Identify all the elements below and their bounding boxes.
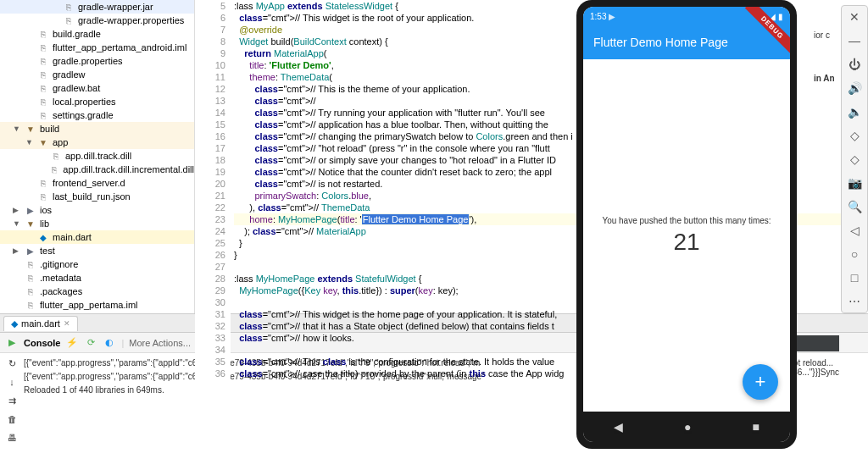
file-icon: ⎘ (49, 163, 59, 175)
tree-label: gradlew (53, 69, 86, 80)
tree-label: gradle-wrapper.jar (78, 2, 153, 12)
tree-item[interactable]: ⎘.gitignore (0, 257, 194, 271)
power-icon[interactable]: ⏻ (847, 57, 862, 72)
back-icon[interactable]: ◁ (847, 223, 862, 238)
tree-label: flutter_app_pertama.iml (40, 300, 138, 310)
tree-item[interactable]: ⎘gradlew.bat (0, 81, 194, 95)
file-icon: ⎘ (37, 55, 49, 67)
tree-label: ios (40, 205, 52, 215)
close-icon[interactable]: ✕ (64, 319, 70, 328)
tree-item[interactable]: ▼▼lib (0, 217, 194, 230)
tree-item[interactable]: ⎘gradle.properties (0, 54, 194, 68)
tree-label: gradle.properties (53, 56, 123, 66)
overview-icon[interactable]: □ (847, 270, 862, 285)
tree-item[interactable]: ⎘frontend_server.d (0, 176, 194, 190)
tree-item[interactable]: ⎘gradle-wrapper.jar (0, 0, 194, 14)
tree-label: test (40, 246, 55, 256)
folder-open-icon: ▼ (25, 123, 36, 135)
dart-icon: ◆ (11, 318, 18, 329)
stop-icon[interactable]: ↓ (5, 375, 19, 389)
minimize-icon[interactable]: — (847, 33, 862, 48)
file-icon: ⎘ (63, 14, 75, 26)
tree-label: frontend_server.d (53, 178, 125, 188)
volume-down-icon[interactable]: 🔈 (847, 104, 862, 119)
tree-label: build.gradle (53, 29, 101, 39)
tree-item[interactable]: ⎘gradle-wrapper.properties (0, 14, 194, 27)
rotate-right-icon[interactable]: ◇ (847, 152, 862, 167)
tree-item[interactable]: ⎘gradlew (0, 68, 194, 81)
file-icon: ⎘ (37, 177, 49, 189)
tree-label: settings.gradle (53, 110, 114, 120)
tree-item[interactable]: ⎘app.dill.track.dill.incremental.dill (0, 163, 194, 176)
tree-item[interactable]: ◆main.dart (0, 230, 194, 244)
tree-label: lib (40, 218, 49, 229)
fab-increment[interactable]: + (743, 364, 778, 400)
home-icon[interactable]: ○ (847, 246, 862, 262)
tree-item[interactable]: ▼▼app (0, 135, 194, 149)
tree-item[interactable]: ⎘.metadata (0, 271, 194, 285)
rotate-left-icon[interactable]: ◇ (847, 128, 862, 143)
hot-reload-icon[interactable]: ⚡ (65, 336, 79, 350)
volume-up-icon[interactable]: 🔊 (847, 80, 862, 96)
tree-label: flutter_app_pertama_android.iml (53, 42, 186, 53)
file-icon: ⎘ (37, 69, 49, 80)
tree-item[interactable]: ▶▶test (0, 244, 194, 257)
file-icon: ⎘ (25, 272, 36, 284)
more-actions-link[interactable]: More Actions... (129, 338, 191, 348)
nav-home-icon[interactable]: ● (684, 420, 691, 434)
tree-label: app.dill.track.dill.incremental.dill (63, 164, 194, 174)
hot-restart-icon[interactable]: ⟳ (84, 336, 97, 350)
file-icon: ⎘ (37, 109, 49, 121)
run-icon[interactable]: ▶ (5, 336, 19, 350)
filter-icon[interactable]: ⇉ (5, 394, 19, 407)
print-icon[interactable]: 🖶 (5, 431, 19, 445)
file-icon: ⎘ (37, 82, 49, 94)
file-icon: ⎘ (37, 191, 49, 202)
counter-label: You have pushed the button this many tim… (602, 216, 771, 225)
tree-item[interactable]: ⎘build.gradle (0, 27, 194, 41)
tree-label: last_build_run.json (53, 191, 131, 202)
tree-item[interactable]: ⎘local.properties (0, 95, 194, 108)
tree-label: app.dill.track.dill (65, 151, 131, 161)
file-icon: ⎘ (50, 150, 62, 162)
devtools-icon[interactable]: ◐ (103, 336, 116, 350)
tree-label: .metadata (40, 273, 81, 283)
tree-label: main.dart (53, 232, 92, 242)
nav-back-icon[interactable]: ◀ (614, 420, 623, 434)
emulator-appbar: Flutter Demo Home Page (583, 25, 790, 59)
zoom-icon[interactable]: 🔍 (847, 199, 862, 214)
tree-label: .gitignore (40, 259, 78, 269)
tree-item[interactable]: ⎘flutter_app_pertama.iml (0, 298, 194, 312)
tree-label: app (53, 137, 68, 147)
file-icon: ⎘ (37, 28, 49, 40)
folder-open-icon: ▼ (25, 218, 36, 229)
file-icon: ⎘ (25, 285, 36, 297)
file-icon: ⎘ (25, 258, 36, 270)
android-emulator: 1:53 ▶ ▾ ◢ ▮ DEBUG Flutter Demo Home Pag… (576, 0, 797, 449)
trash-icon[interactable]: 🗑 (5, 412, 19, 426)
tree-item[interactable]: ▶▶ios (0, 203, 194, 217)
tree-label: gradlew.bat (53, 83, 100, 93)
tree-item[interactable]: ⎘last_build_run.json (0, 190, 194, 203)
tree-item[interactable]: ⎘.packages (0, 285, 194, 298)
obscured-text: ior c in An (814, 30, 839, 83)
emulator-toolbar: ✕ — ⏻ 🔊 🔈 ◇ ◇ 📷 🔍 ◁ ○ □ ⋯ (841, 5, 868, 313)
tree-item[interactable]: ⎘settings.gradle (0, 108, 194, 122)
tree-item[interactable]: ▼▼build (0, 122, 194, 135)
tree-item[interactable]: ⎘flutter_app_pertama_android.iml (0, 41, 194, 54)
close-icon[interactable]: ✕ (847, 9, 862, 25)
counter-value: 21 (673, 229, 699, 256)
tab-main-dart[interactable]: ◆ main.dart ✕ (3, 316, 78, 331)
tree-item[interactable]: ⎘app.dill.track.dill (0, 149, 194, 163)
rerun-icon[interactable]: ↻ (5, 357, 19, 370)
more-icon[interactable]: ⋯ (847, 294, 862, 309)
emulator-navbar: ◀ ● ■ (583, 412, 790, 442)
project-tree[interactable]: ⎘gradle-wrapper.jar⎘gradle-wrapper.prope… (0, 0, 195, 313)
folder-icon: ▶ (25, 245, 36, 257)
nav-recent-icon[interactable]: ■ (753, 420, 760, 434)
folder-icon: ▶ (25, 204, 36, 216)
tree-label: .packages (40, 286, 82, 296)
file-icon: ⎘ (25, 299, 36, 311)
camera-icon[interactable]: 📷 (847, 175, 862, 191)
dart-icon: ◆ (37, 231, 49, 243)
